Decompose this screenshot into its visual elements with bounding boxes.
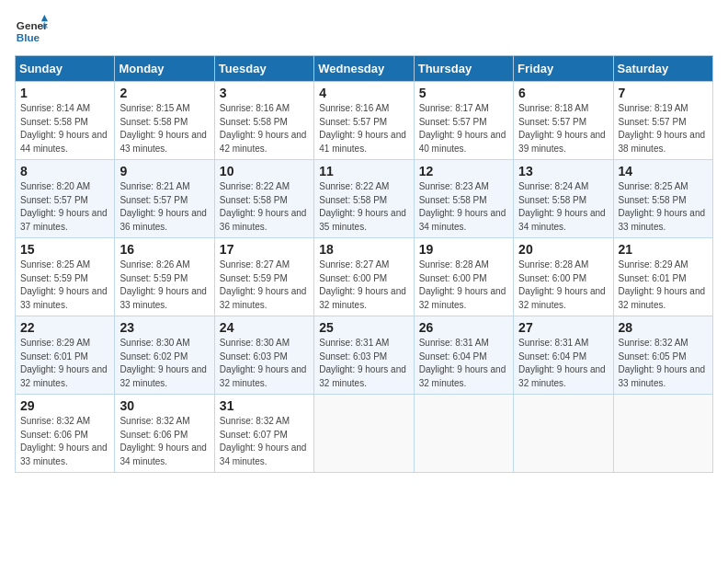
- day-info: Sunrise: 8:32 AMSunset: 6:05 PMDaylight:…: [619, 337, 708, 390]
- calendar-day-cell: 5Sunrise: 8:17 AMSunset: 5:57 PMDaylight…: [414, 82, 513, 160]
- day-number: 26: [419, 320, 508, 335]
- day-info: Sunrise: 8:28 AMSunset: 6:00 PMDaylight:…: [419, 259, 508, 312]
- day-info: Sunrise: 8:29 AMSunset: 6:01 PMDaylight:…: [20, 337, 109, 390]
- calendar-day-cell: 27Sunrise: 8:31 AMSunset: 6:04 PMDayligh…: [514, 316, 613, 395]
- day-info: Sunrise: 8:32 AMSunset: 6:06 PMDaylight:…: [20, 415, 109, 468]
- day-info: Sunrise: 8:20 AMSunset: 5:57 PMDaylight:…: [20, 180, 109, 234]
- weekday-header-cell: Thursday: [414, 56, 513, 82]
- day-info: Sunrise: 8:16 AMSunset: 5:58 PMDaylight:…: [220, 102, 309, 155]
- calendar-day-cell: 28Sunrise: 8:32 AMSunset: 6:05 PMDayligh…: [613, 316, 712, 395]
- day-number: 21: [619, 242, 708, 257]
- day-number: 31: [220, 398, 309, 413]
- calendar-day-cell: 21Sunrise: 8:29 AMSunset: 6:01 PMDayligh…: [613, 238, 712, 316]
- day-info: Sunrise: 8:14 AMSunset: 5:58 PMDaylight:…: [20, 102, 109, 155]
- calendar-body: 1Sunrise: 8:14 AMSunset: 5:58 PMDaylight…: [16, 82, 713, 473]
- calendar-day-cell: 18Sunrise: 8:27 AMSunset: 6:00 PMDayligh…: [314, 238, 414, 316]
- day-number: 2: [119, 86, 209, 100]
- day-number: 12: [419, 164, 508, 178]
- day-info: Sunrise: 8:25 AMSunset: 5:58 PMDaylight:…: [619, 180, 708, 234]
- day-info: Sunrise: 8:22 AMSunset: 5:58 PMDaylight:…: [220, 180, 309, 234]
- day-info: Sunrise: 8:27 AMSunset: 5:59 PMDaylight:…: [220, 259, 309, 312]
- calendar-day-cell: 30Sunrise: 8:32 AMSunset: 6:06 PMDayligh…: [115, 395, 214, 473]
- day-info: Sunrise: 8:32 AMSunset: 6:06 PMDaylight:…: [119, 415, 209, 468]
- calendar-day-cell: 14Sunrise: 8:25 AMSunset: 5:58 PMDayligh…: [613, 160, 712, 238]
- calendar-week-row: 1Sunrise: 8:14 AMSunset: 5:58 PMDaylight…: [16, 82, 713, 160]
- day-info: Sunrise: 8:26 AMSunset: 5:59 PMDaylight:…: [119, 259, 209, 312]
- day-number: 16: [119, 242, 209, 257]
- weekday-header-cell: Friday: [514, 56, 613, 82]
- weekday-header-cell: Sunday: [16, 56, 115, 82]
- calendar-day-cell: 1Sunrise: 8:14 AMSunset: 5:58 PMDaylight…: [16, 82, 115, 160]
- calendar-day-cell: 7Sunrise: 8:19 AMSunset: 5:57 PMDaylight…: [613, 82, 712, 160]
- calendar-day-cell: [314, 395, 414, 473]
- weekday-header-row: SundayMondayTuesdayWednesdayThursdayFrid…: [16, 56, 713, 82]
- calendar-week-row: 15Sunrise: 8:25 AMSunset: 5:59 PMDayligh…: [16, 238, 713, 316]
- day-number: 20: [518, 242, 608, 257]
- day-info: Sunrise: 8:27 AMSunset: 6:00 PMDaylight:…: [319, 259, 408, 312]
- day-number: 24: [220, 320, 309, 335]
- day-number: 17: [220, 242, 309, 257]
- calendar-day-cell: [414, 395, 513, 473]
- calendar-week-row: 8Sunrise: 8:20 AMSunset: 5:57 PMDaylight…: [16, 160, 713, 238]
- weekday-header-cell: Monday: [115, 56, 214, 82]
- calendar-week-row: 29Sunrise: 8:32 AMSunset: 6:06 PMDayligh…: [16, 395, 713, 473]
- day-number: 19: [419, 242, 508, 257]
- day-info: Sunrise: 8:15 AMSunset: 5:58 PMDaylight:…: [119, 102, 209, 155]
- day-number: 18: [319, 242, 408, 257]
- day-number: 11: [319, 164, 408, 178]
- day-info: Sunrise: 8:31 AMSunset: 6:04 PMDaylight:…: [518, 337, 608, 390]
- calendar-day-cell: 23Sunrise: 8:30 AMSunset: 6:02 PMDayligh…: [115, 316, 214, 395]
- day-info: Sunrise: 8:28 AMSunset: 6:00 PMDaylight:…: [518, 259, 608, 312]
- day-number: 1: [20, 86, 109, 100]
- calendar-day-cell: 13Sunrise: 8:24 AMSunset: 5:58 PMDayligh…: [514, 160, 613, 238]
- logo: General Blue: [15, 15, 48, 48]
- calendar-day-cell: 12Sunrise: 8:23 AMSunset: 5:58 PMDayligh…: [414, 160, 513, 238]
- calendar-day-cell: 9Sunrise: 8:21 AMSunset: 5:57 PMDaylight…: [115, 160, 214, 238]
- day-number: 22: [20, 320, 109, 335]
- calendar-day-cell: 2Sunrise: 8:15 AMSunset: 5:58 PMDaylight…: [115, 82, 214, 160]
- calendar-day-cell: 11Sunrise: 8:22 AMSunset: 5:58 PMDayligh…: [314, 160, 414, 238]
- day-info: Sunrise: 8:30 AMSunset: 6:02 PMDaylight:…: [119, 337, 209, 390]
- day-info: Sunrise: 8:25 AMSunset: 5:59 PMDaylight:…: [20, 259, 109, 312]
- weekday-header-cell: Wednesday: [314, 56, 414, 82]
- day-info: Sunrise: 8:31 AMSunset: 6:03 PMDaylight:…: [319, 337, 408, 390]
- calendar-day-cell: 6Sunrise: 8:18 AMSunset: 5:57 PMDaylight…: [514, 82, 613, 160]
- day-info: Sunrise: 8:31 AMSunset: 6:04 PMDaylight:…: [419, 337, 508, 390]
- day-info: Sunrise: 8:24 AMSunset: 5:58 PMDaylight:…: [518, 180, 608, 234]
- calendar-day-cell: 24Sunrise: 8:30 AMSunset: 6:03 PMDayligh…: [214, 316, 313, 395]
- weekday-header-cell: Saturday: [613, 56, 712, 82]
- calendar-day-cell: 4Sunrise: 8:16 AMSunset: 5:57 PMDaylight…: [314, 82, 414, 160]
- calendar-day-cell: 20Sunrise: 8:28 AMSunset: 6:00 PMDayligh…: [514, 238, 613, 316]
- day-info: Sunrise: 8:22 AMSunset: 5:58 PMDaylight:…: [319, 180, 408, 234]
- day-info: Sunrise: 8:17 AMSunset: 5:57 PMDaylight:…: [419, 102, 508, 155]
- day-number: 29: [20, 398, 109, 413]
- calendar-day-cell: 3Sunrise: 8:16 AMSunset: 5:58 PMDaylight…: [214, 82, 313, 160]
- day-number: 3: [220, 86, 309, 100]
- day-number: 4: [319, 86, 408, 100]
- day-info: Sunrise: 8:29 AMSunset: 6:01 PMDaylight:…: [619, 259, 708, 312]
- calendar-day-cell: 15Sunrise: 8:25 AMSunset: 5:59 PMDayligh…: [16, 238, 115, 316]
- day-number: 8: [20, 164, 109, 178]
- day-info: Sunrise: 8:30 AMSunset: 6:03 PMDaylight:…: [220, 337, 309, 390]
- calendar-day-cell: 19Sunrise: 8:28 AMSunset: 6:00 PMDayligh…: [414, 238, 513, 316]
- day-number: 13: [518, 164, 608, 178]
- svg-text:Blue: Blue: [17, 31, 40, 43]
- day-info: Sunrise: 8:21 AMSunset: 5:57 PMDaylight:…: [119, 180, 209, 234]
- page-header: General Blue: [15, 15, 713, 48]
- weekday-header-cell: Tuesday: [214, 56, 313, 82]
- day-number: 15: [20, 242, 109, 257]
- calendar-day-cell: 8Sunrise: 8:20 AMSunset: 5:57 PMDaylight…: [16, 160, 115, 238]
- calendar-table: SundayMondayTuesdayWednesdayThursdayFrid…: [15, 55, 713, 473]
- calendar-day-cell: 29Sunrise: 8:32 AMSunset: 6:06 PMDayligh…: [16, 395, 115, 473]
- day-info: Sunrise: 8:23 AMSunset: 5:58 PMDaylight:…: [419, 180, 508, 234]
- calendar-day-cell: 17Sunrise: 8:27 AMSunset: 5:59 PMDayligh…: [214, 238, 313, 316]
- calendar-day-cell: 26Sunrise: 8:31 AMSunset: 6:04 PMDayligh…: [414, 316, 513, 395]
- day-info: Sunrise: 8:19 AMSunset: 5:57 PMDaylight:…: [619, 102, 708, 155]
- day-number: 25: [319, 320, 408, 335]
- day-number: 10: [220, 164, 309, 178]
- calendar-day-cell: [514, 395, 613, 473]
- day-info: Sunrise: 8:16 AMSunset: 5:57 PMDaylight:…: [319, 102, 408, 155]
- calendar-day-cell: 16Sunrise: 8:26 AMSunset: 5:59 PMDayligh…: [115, 238, 214, 316]
- day-number: 23: [119, 320, 209, 335]
- calendar-day-cell: 31Sunrise: 8:32 AMSunset: 6:07 PMDayligh…: [214, 395, 313, 473]
